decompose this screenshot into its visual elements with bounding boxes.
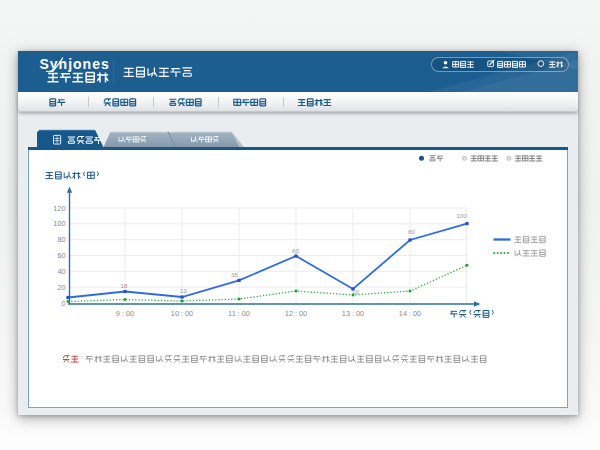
svg-text:40: 40	[57, 267, 65, 276]
svg-text:100: 100	[456, 212, 467, 219]
svg-text:120: 120	[53, 204, 65, 213]
svg-text:10: 10	[180, 287, 187, 294]
svg-text:11 : 00: 11 : 00	[228, 309, 250, 318]
svg-text:20: 20	[57, 283, 65, 292]
svg-text:9 : 00: 9 : 00	[116, 309, 134, 318]
svg-text:14 : 00: 14 : 00	[399, 309, 421, 318]
svg-text:80: 80	[408, 228, 415, 235]
svg-text:Synjones: Synjones	[40, 56, 110, 72]
svg-text:0: 0	[61, 299, 65, 308]
svg-text:80: 80	[57, 235, 65, 244]
svg-text:10 : 00: 10 : 00	[171, 309, 193, 318]
svg-text:13 : 00: 13 : 00	[342, 309, 364, 318]
svg-text:18: 18	[121, 282, 128, 289]
svg-text:60: 60	[292, 247, 299, 254]
svg-text:12 : 00: 12 : 00	[285, 309, 307, 318]
svg-text:60: 60	[57, 251, 65, 260]
svg-text:35: 35	[231, 271, 238, 278]
svg-text:100: 100	[53, 219, 65, 228]
svg-text:10: 10	[352, 288, 359, 295]
